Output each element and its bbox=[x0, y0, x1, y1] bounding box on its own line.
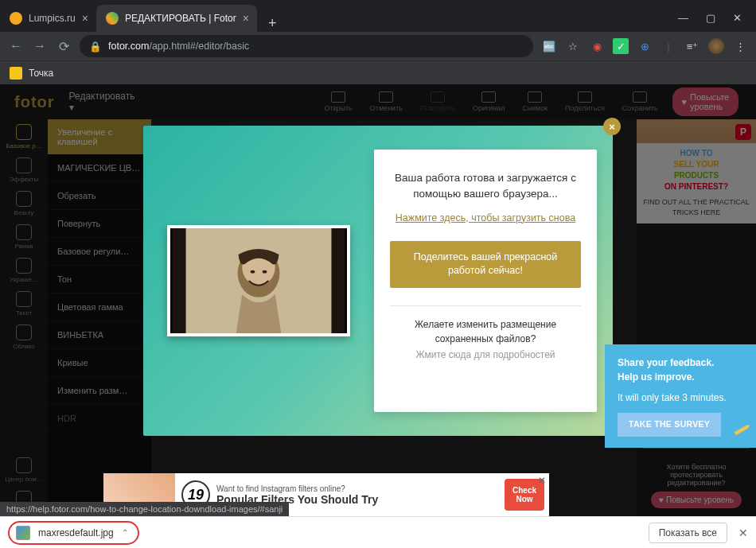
close-icon[interactable]: × bbox=[82, 12, 88, 25]
new-tab-button[interactable]: + bbox=[257, 15, 288, 32]
extension-icon[interactable]: ✓ bbox=[613, 38, 629, 54]
modal-title: Ваша работа готова и загружается с помощ… bbox=[390, 170, 581, 203]
download-item[interactable]: maxresdefault.jpg ⌃ bbox=[8, 521, 139, 545]
download-shelf: maxresdefault.jpg ⌃ Показать все ✕ bbox=[0, 516, 756, 548]
show-all-downloads-button[interactable]: Показать все bbox=[649, 523, 727, 543]
share-button[interactable]: Поделитесь вашей прекрасной работой сейч… bbox=[390, 241, 581, 288]
modal-close-icon[interactable]: × bbox=[603, 118, 621, 135]
bookmark-favicon bbox=[10, 67, 22, 80]
reload-icon[interactable]: ⟳ bbox=[56, 39, 72, 54]
tab-title: Lumpics.ru bbox=[29, 13, 76, 24]
translate-icon[interactable]: 🔤 bbox=[541, 38, 557, 54]
profile-avatar[interactable] bbox=[708, 38, 724, 54]
browser-tab-active[interactable]: РЕДАКТИРОВАТЬ | Fotor × bbox=[96, 5, 257, 32]
window-controls: — ▢ ✕ bbox=[678, 12, 756, 32]
modal-panel: Ваша работа готова и загружается с помощ… bbox=[374, 150, 597, 412]
close-window-icon[interactable]: ✕ bbox=[733, 12, 742, 24]
bookmark-item[interactable]: Точка bbox=[29, 68, 53, 79]
fotor-app: fotor Редактировать ▾ Открыть Отменить П… bbox=[0, 84, 756, 516]
lock-icon: 🔒 bbox=[89, 41, 102, 52]
menu-icon[interactable]: ⋮ bbox=[732, 38, 748, 54]
url-input[interactable]: 🔒 fotor.com/app.html#/editor/basic bbox=[80, 35, 533, 57]
reading-list-icon[interactable]: ≡⁺ bbox=[684, 38, 700, 54]
tab-favicon bbox=[106, 12, 119, 25]
svg-point-5 bbox=[263, 270, 267, 274]
extension-icon[interactable]: ◉ bbox=[589, 38, 605, 54]
minimize-icon[interactable]: — bbox=[678, 12, 688, 24]
status-bar-link: https://help.fotor.com/how-to-change-loc… bbox=[0, 502, 289, 516]
download-filename: maxresdefault.jpg bbox=[38, 527, 114, 538]
modal-preview-image bbox=[167, 225, 350, 336]
take-survey-button[interactable]: TAKE THE SURVEY bbox=[618, 413, 721, 437]
close-icon[interactable]: × bbox=[243, 12, 249, 25]
svg-point-4 bbox=[251, 270, 255, 274]
download-modal: × Ваша ра bbox=[143, 126, 613, 436]
file-icon bbox=[16, 526, 30, 540]
forward-icon[interactable]: → bbox=[32, 39, 48, 53]
tab-favicon bbox=[10, 12, 22, 25]
tab-title: РЕДАКТИРОВАТЬ | Fotor bbox=[125, 13, 236, 24]
feedback-popup: Share your feedback. Help us improve. It… bbox=[605, 344, 756, 448]
browser-titlebar: Lumpics.ru × РЕДАКТИРОВАТЬ | Fotor × + —… bbox=[0, 0, 756, 32]
separator: | bbox=[661, 38, 676, 54]
modal-question-link[interactable]: Жмите сюда для подробностей bbox=[415, 349, 555, 360]
globe-icon[interactable]: ⊕ bbox=[637, 38, 653, 54]
address-bar: ← → ⟳ 🔒 fotor.com/app.html#/editor/basic… bbox=[0, 32, 756, 60]
close-shelf-icon[interactable]: ✕ bbox=[738, 527, 748, 539]
pencil-icon bbox=[731, 418, 754, 441]
bookmarks-bar: Точка bbox=[0, 60, 756, 84]
maximize-icon[interactable]: ▢ bbox=[706, 12, 715, 24]
browser-tab[interactable]: Lumpics.ru × bbox=[0, 5, 96, 32]
ad-close-icon[interactable]: ✕ bbox=[538, 475, 546, 486]
retry-download-link[interactable]: Нажмите здесь, чтобы загрузить снова bbox=[396, 212, 575, 223]
chevron-up-icon[interactable]: ⌃ bbox=[122, 528, 128, 537]
star-icon[interactable]: ☆ bbox=[565, 38, 581, 54]
modal-question: Желаете изменить размещение сохраненных … bbox=[390, 317, 581, 346]
back-icon[interactable]: ← bbox=[8, 39, 24, 53]
